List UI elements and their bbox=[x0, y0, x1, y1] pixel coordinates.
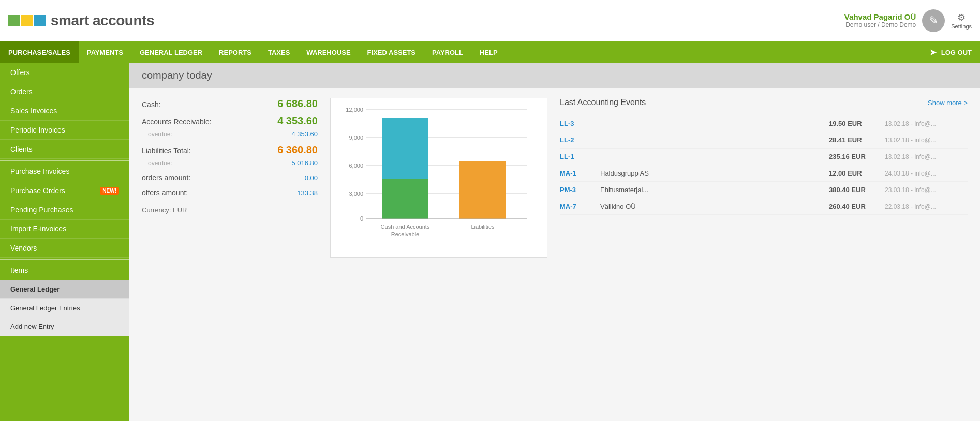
events-header: Last Accounting Events Show more > bbox=[560, 98, 968, 107]
bar-cash bbox=[382, 118, 428, 179]
nav-item-general-ledger[interactable]: GENERAL LEDGER bbox=[131, 41, 211, 63]
event-amount-ma1: 12.00 EUR bbox=[829, 169, 881, 177]
nav-item-purchase-sales[interactable]: PURCHASE/SALES bbox=[0, 41, 79, 63]
currency-line: Currency: EUR bbox=[142, 206, 318, 214]
sidebar-item-purchase-orders-label: Purchase Orders bbox=[10, 186, 65, 195]
sub-sidebar-add-new-entry[interactable]: Add new Entry bbox=[0, 317, 129, 336]
orders-row-inline: orders amount: 0.00 bbox=[142, 173, 318, 183]
cash-value: 6 686.80 bbox=[277, 98, 318, 110]
event-amount-ll2: 28.41 EUR bbox=[829, 136, 881, 144]
event-id-ll3[interactable]: LL-3 bbox=[560, 120, 596, 127]
dashboard: Cash: 6 686.80 Accounts Receivable: 4 35… bbox=[129, 88, 980, 268]
page-title: company today bbox=[142, 69, 212, 81]
nav-item-reports[interactable]: REPORTS bbox=[211, 41, 260, 63]
event-amount-ll3: 19.50 EUR bbox=[829, 120, 881, 127]
settings-label: Settings bbox=[951, 23, 972, 30]
user-info: Demo user / Demo Demo bbox=[844, 21, 916, 28]
event-id-ll2[interactable]: LL-2 bbox=[560, 136, 596, 144]
settings-area[interactable]: ⚙ Settings bbox=[951, 12, 972, 30]
event-id-ma1[interactable]: MA-1 bbox=[560, 169, 596, 177]
event-meta-ll1: 13.02.18 - info@... bbox=[885, 153, 968, 161]
event-id-ma7[interactable]: MA-7 bbox=[560, 202, 596, 210]
header-right: Vahvad Pagarid OÜ Demo user / Demo Demo … bbox=[844, 9, 972, 32]
event-amount-pm3: 380.40 EUR bbox=[829, 186, 881, 194]
main-layout: Offers Orders Sales Invoices Periodic In… bbox=[0, 63, 980, 421]
svg-text:6,000: 6,000 bbox=[349, 163, 363, 169]
nav-item-fixed-assets[interactable]: FIXED ASSETS bbox=[359, 41, 424, 63]
event-meta-ll2: 13.02.18 - info@... bbox=[885, 137, 968, 144]
liabilities-value: 6 360.80 bbox=[277, 144, 318, 156]
bar-liabilities bbox=[459, 161, 506, 219]
chart-svg: 12,000 9,000 6,000 3,000 0 Cash and Acco bbox=[337, 105, 541, 250]
nav-item-help[interactable]: HELP bbox=[471, 41, 506, 63]
nav-item-payments[interactable]: PAYMENTS bbox=[79, 41, 131, 63]
receivable-row-inline: Accounts Receivable: 4 353.60 bbox=[142, 115, 318, 127]
sidebar-item-purchase-invoices[interactable]: Purchase Invoices bbox=[0, 162, 129, 181]
event-row-ll3: LL-3 19.50 EUR 13.02.18 - info@... bbox=[560, 115, 968, 132]
avatar[interactable]: ✎ bbox=[922, 9, 945, 32]
svg-text:12,000: 12,000 bbox=[346, 107, 363, 113]
logo-square-green bbox=[8, 15, 20, 26]
orders-value: 0.00 bbox=[305, 174, 318, 182]
sidebar: Offers Orders Sales Invoices Periodic In… bbox=[0, 63, 129, 421]
sidebar-item-purchase-orders[interactable]: Purchase Orders NEW! bbox=[0, 181, 129, 200]
show-more-button[interactable]: Show more > bbox=[928, 99, 968, 107]
nav-item-warehouse[interactable]: WAREHOUSE bbox=[298, 41, 359, 63]
sidebar-item-pending-purchases[interactable]: Pending Purchases bbox=[0, 200, 129, 220]
event-company-ma7: Välikino OÜ bbox=[600, 202, 825, 210]
sidebar-divider-2 bbox=[0, 259, 129, 260]
main-content: company today Cash: 6 686.80 Accounts Re… bbox=[129, 63, 980, 421]
receivable-row: Accounts Receivable: 4 353.60 overdue: 4… bbox=[142, 115, 318, 139]
sidebar-item-periodic-invoices[interactable]: Periodic Invoices bbox=[0, 121, 129, 140]
sub-sidebar: General Ledger General Ledger Entries Ad… bbox=[0, 280, 129, 336]
svg-text:Liabilities: Liabilities bbox=[471, 224, 495, 230]
liabilities-label: Liabilities Total: bbox=[142, 147, 191, 155]
sidebar-item-vendors[interactable]: Vendors bbox=[0, 239, 129, 258]
receivable-value: 4 353.60 bbox=[277, 115, 318, 127]
sub-sidebar-general-ledger[interactable]: General Ledger bbox=[0, 280, 129, 299]
sidebar-item-sales-invoices[interactable]: Sales Invoices bbox=[0, 101, 129, 121]
sidebar-item-import-einvoices[interactable]: Import E-invoices bbox=[0, 220, 129, 239]
nav-item-taxes[interactable]: TAXES bbox=[260, 41, 298, 63]
sidebar-item-orders[interactable]: Orders bbox=[0, 82, 129, 101]
company-name: Vahvad Pagarid OÜ bbox=[844, 12, 916, 21]
event-id-pm3[interactable]: PM-3 bbox=[560, 186, 596, 194]
event-id-ll1[interactable]: LL-1 bbox=[560, 153, 596, 161]
event-company-ma1: Haldusgrupp AS bbox=[600, 169, 825, 177]
receivable-overdue-row: overdue: 4 353.60 bbox=[142, 129, 318, 139]
sidebar-item-items[interactable]: Items bbox=[0, 261, 129, 280]
cash-row-inline: Cash: 6 686.80 bbox=[142, 98, 318, 110]
orders-row: orders amount: 0.00 bbox=[142, 173, 318, 183]
event-row-pm3: PM-3 Ehitusmaterjal... 380.40 EUR 23.03.… bbox=[560, 182, 968, 198]
logout-text: LOG OUT bbox=[941, 49, 972, 56]
logo-area: smart accounts bbox=[8, 12, 154, 29]
gear-icon: ⚙ bbox=[957, 12, 966, 23]
sidebar-item-clients[interactable]: Clients bbox=[0, 140, 129, 159]
nav-item-payroll[interactable]: PAYROLL bbox=[424, 41, 471, 63]
navbar: PURCHASE/SALES PAYMENTS GENERAL LEDGER R… bbox=[0, 41, 980, 63]
offers-label: offers amount: bbox=[142, 188, 188, 197]
logo-squares bbox=[8, 15, 46, 26]
offers-row: offers amount: 133.38 bbox=[142, 188, 318, 198]
sidebar-item-offers[interactable]: Offers bbox=[0, 63, 129, 82]
offers-row-inline: offers amount: 133.38 bbox=[142, 188, 318, 198]
svg-text:Receivable: Receivable bbox=[391, 231, 419, 237]
sidebar-divider-1 bbox=[0, 160, 129, 161]
event-row-ll1: LL-1 235.16 EUR 13.02.18 - info@... bbox=[560, 149, 968, 165]
liabilities-overdue-row: overdue: 5 016.80 bbox=[142, 158, 318, 168]
event-company-pm3: Ehitusmaterjal... bbox=[600, 186, 825, 194]
svg-text:0: 0 bbox=[360, 215, 363, 222]
company-info: Vahvad Pagarid OÜ Demo user / Demo Demo bbox=[844, 12, 916, 28]
sub-sidebar-general-ledger-entries[interactable]: General Ledger Entries bbox=[0, 299, 129, 317]
event-row-ma7: MA-7 Välikino OÜ 260.40 EUR 22.03.18 - i… bbox=[560, 198, 968, 215]
badge-new: NEW! bbox=[100, 187, 119, 195]
offers-value: 133.38 bbox=[297, 189, 318, 197]
events-title: Last Accounting Events bbox=[560, 98, 646, 107]
app-header: smart accounts Vahvad Pagarid OÜ Demo us… bbox=[0, 0, 980, 41]
cash-label: Cash: bbox=[142, 100, 161, 109]
event-amount-ma7: 260.40 EUR bbox=[829, 202, 881, 210]
logo-text: smart accounts bbox=[51, 12, 154, 29]
logout-area[interactable]: ➤ LOG OUT bbox=[921, 47, 980, 58]
chart-area: 12,000 9,000 6,000 3,000 0 Cash and Acco bbox=[330, 98, 547, 258]
event-meta-pm3: 23.03.18 - info@... bbox=[885, 186, 968, 194]
